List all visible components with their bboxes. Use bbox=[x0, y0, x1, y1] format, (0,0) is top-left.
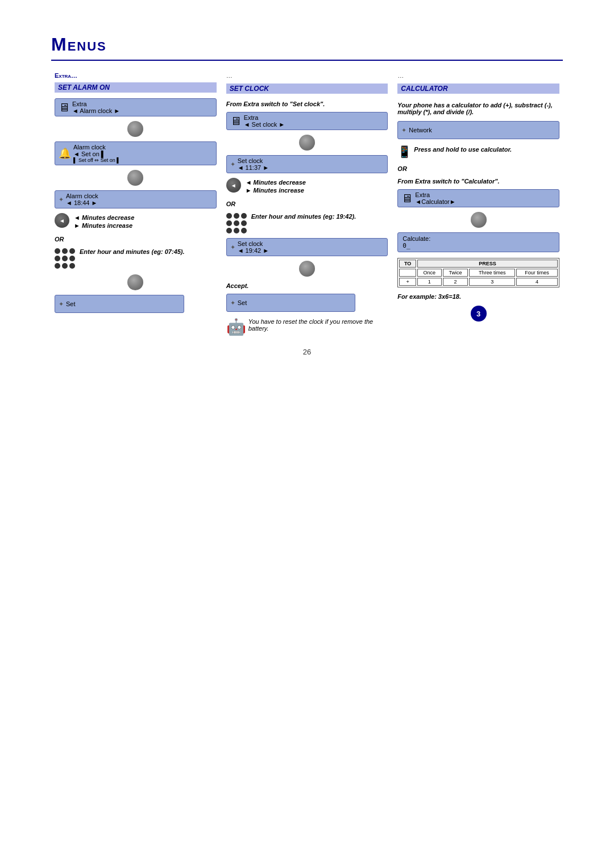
page-title: Menus bbox=[51, 34, 563, 61]
col3-th-to: TO bbox=[399, 260, 416, 268]
col1-dot6 bbox=[69, 256, 75, 261]
col2-dot3 bbox=[241, 213, 247, 219]
col1-nav-row: ◄ ◄ Minutes decrease ► Minutes increase bbox=[55, 213, 217, 230]
col3-s1-icon: 🖥 bbox=[401, 192, 413, 205]
col3-screen1: 🖥 Extra ◄Calculator► bbox=[397, 189, 559, 207]
col2-numpad bbox=[226, 213, 247, 233]
col3-btn1[interactable] bbox=[471, 212, 487, 228]
col2-s2-icon: ✦ bbox=[230, 161, 235, 168]
col1-dot2 bbox=[62, 248, 68, 254]
col2-dot5 bbox=[234, 220, 239, 226]
col2-s3-text: Set clock ◄ 19:42 ► bbox=[238, 240, 384, 254]
col1-nav-left[interactable]: ◄ bbox=[55, 213, 69, 228]
col2-nav-desc: ◄ Minutes decrease ► Minutes increase bbox=[246, 178, 388, 195]
col1-dot5 bbox=[62, 256, 68, 261]
column-set-alarm: Extra… SET ALARM ON 🖥 Extra ◄ Alarm cloc… bbox=[51, 72, 220, 313]
columns-container: Extra… SET ALARM ON 🖥 Extra ◄ Alarm cloc… bbox=[51, 72, 563, 339]
battery-figure: 🤖 bbox=[226, 318, 246, 336]
col3-op-1: 1 bbox=[417, 278, 442, 286]
col2-s3-line1: Set clock bbox=[238, 240, 263, 247]
col2-s3-row1: Set clock bbox=[238, 240, 384, 247]
col2-nav-row: ◄ ◄ Minutes decrease ► Minutes increase bbox=[226, 178, 388, 195]
col2-accept: Accept. bbox=[226, 282, 388, 289]
col2-desc2: ► Minutes increase bbox=[246, 187, 388, 194]
col2-s1-text: Extra ◄ Set clock ► bbox=[244, 114, 384, 128]
col2-btn1[interactable] bbox=[299, 135, 315, 151]
col1-s3-text: Alarm clock ◄ 18:44 ► bbox=[66, 193, 213, 206]
col2-s1-row1: Extra bbox=[244, 114, 384, 121]
col1-btn3-row bbox=[55, 273, 217, 291]
col2-s2-row1: Set clock bbox=[238, 157, 384, 164]
col2-s4-icon: ✦ bbox=[230, 299, 235, 307]
col2-s3-line2: ◄ 19:42 ► bbox=[238, 247, 269, 254]
col3-s1-text: Extra ◄Calculator► bbox=[415, 191, 555, 205]
col3-network-icon: ✦ bbox=[401, 127, 406, 134]
col1-s4-icon: ✦ bbox=[59, 301, 64, 308]
col3-th-twice: Twice bbox=[443, 269, 468, 277]
col1-extra-label: Extra… bbox=[55, 72, 217, 79]
col1-dot8 bbox=[62, 263, 68, 269]
col2-s1-line1: Extra bbox=[244, 114, 259, 121]
col3-table-header: TO PRESS bbox=[399, 260, 558, 268]
col3-calc-value: 0_ bbox=[403, 242, 554, 249]
col3-th-three: Three times bbox=[469, 269, 515, 277]
col2-dot4 bbox=[226, 220, 232, 226]
col2-numpad-row: Enter hour and minutes (eg: 19:42). bbox=[226, 212, 388, 235]
col1-s3-line2: ◄ 18:44 ► bbox=[66, 199, 97, 206]
col3-ops-table: TO PRESS Once Twice Three times Four tim… bbox=[397, 258, 559, 287]
col1-s1-line1: Extra bbox=[72, 101, 87, 107]
col3-s1-row1: Extra bbox=[415, 191, 555, 198]
col2-nav-left[interactable]: ◄ bbox=[226, 178, 241, 193]
col1-s2-hint: ▌ Set off ⇔ Set on ▌ bbox=[73, 157, 213, 163]
col3-network-text: Network bbox=[409, 127, 432, 133]
col3-calc-label: Calculate: bbox=[403, 235, 554, 242]
col2-dot2 bbox=[234, 213, 239, 219]
col1-numpad-row: Enter hour and minutes (eg: 07:45). bbox=[55, 247, 217, 270]
col2-s2-text: Set clock ◄ 11:37 ► bbox=[238, 157, 384, 171]
col2-btn1-row bbox=[226, 133, 388, 152]
col2-s2-row2: ◄ 11:37 ► bbox=[238, 164, 384, 171]
col2-desc1: ◄ Minutes decrease bbox=[246, 179, 388, 186]
col1-s3-dots-icon: ✦ bbox=[59, 196, 64, 203]
col1-s1-row2: ◄ Alarm clock ► bbox=[72, 107, 213, 114]
col3-s1-row2: ◄Calculator► bbox=[415, 198, 555, 205]
col2-screen3: ✦ Set clock ◄ 19:42 ► bbox=[226, 238, 388, 256]
col1-s3-line1: Alarm clock bbox=[66, 193, 98, 199]
col3-op-3: 3 bbox=[469, 278, 515, 286]
col3-network-box: ✦ Network bbox=[397, 121, 559, 139]
col1-s4-label: Set bbox=[66, 301, 76, 307]
page-number: 26 bbox=[51, 348, 563, 356]
col1-btn1-row bbox=[55, 120, 217, 138]
col1-btn3[interactable] bbox=[127, 274, 143, 290]
col1-s1-line2: ◄ Alarm clock ► bbox=[72, 107, 120, 114]
col2-btn2[interactable] bbox=[299, 261, 315, 277]
col2-battery-text: You have to reset the clock if you remov… bbox=[248, 318, 388, 332]
col1-btn1[interactable] bbox=[127, 121, 143, 137]
col2-btn2-row bbox=[226, 260, 388, 278]
col1-dot1 bbox=[55, 248, 60, 254]
col1-s2-line1: Alarm clock bbox=[73, 144, 106, 151]
col1-btn2[interactable] bbox=[127, 170, 143, 186]
col3-th-four: Four times bbox=[516, 269, 558, 277]
col3-press-icon: 📱 bbox=[397, 145, 412, 158]
col2-s1-row2: ◄ Set clock ► bbox=[244, 121, 384, 128]
col3-key3[interactable]: 3 bbox=[471, 306, 487, 322]
col2-dot9 bbox=[241, 228, 247, 233]
col3-s1-line2: ◄Calculator► bbox=[415, 198, 455, 205]
col1-section-label: SET ALARM ON bbox=[55, 82, 217, 93]
col3-calc-box: Calculate: 0_ bbox=[397, 232, 559, 252]
col1-dot4 bbox=[55, 256, 60, 261]
page-container: Menus Extra… SET ALARM ON 🖥 Extra ◄ Alar… bbox=[51, 34, 563, 356]
col1-screen2: 🔔 Alarm clock ◄ Set on ▌ ▌ Set off ⇔ Set… bbox=[55, 141, 217, 165]
col1-dot9 bbox=[69, 263, 75, 269]
col3-calc-desc: Your phone has a calculator to add (+), … bbox=[397, 102, 559, 115]
col3-table-row-ops: + 1 2 3 4 bbox=[399, 278, 558, 286]
col3-section-label: CALCULATOR bbox=[397, 84, 559, 94]
col1-dot3 bbox=[69, 248, 75, 254]
col1-s1-text: Extra ◄ Alarm clock ► bbox=[72, 101, 213, 114]
column-set-clock: … SET CLOCK From Extra switch to "Set cl… bbox=[223, 72, 392, 339]
col1-screen4: ✦ Set bbox=[55, 295, 184, 313]
col1-desc1: ◄ Minutes decrease bbox=[74, 214, 217, 221]
col3-th-press: PRESS bbox=[417, 260, 558, 268]
col2-s1-icon: 🖥 bbox=[230, 115, 242, 128]
